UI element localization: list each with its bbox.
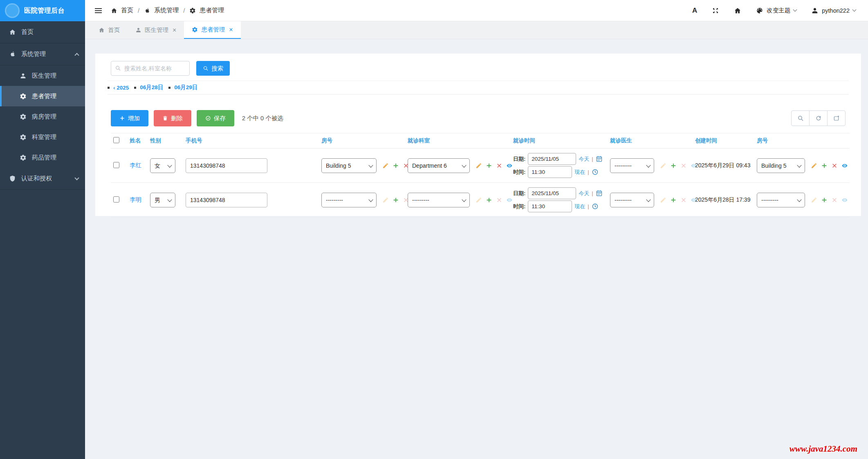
department-select-control[interactable]: --------- (408, 193, 470, 207)
room-select[interactable]: Building 5 (321, 158, 377, 173)
tab-doctor[interactable]: 医生管理 (128, 21, 184, 39)
breadcrumb-system[interactable]: 系统管理 (154, 7, 179, 14)
add-icon[interactable] (670, 162, 677, 169)
add-button[interactable]: 增加 (111, 110, 148, 126)
sidebar-item-home[interactable]: 首页 (0, 21, 85, 43)
doctor-select[interactable]: --------- (610, 158, 654, 173)
sidebar-item-ward[interactable]: 病房管理 (0, 106, 85, 127)
view-icon[interactable] (841, 162, 848, 169)
edit-icon[interactable] (382, 162, 389, 169)
add-icon[interactable] (393, 197, 399, 203)
trash-icon (162, 115, 168, 121)
tab-patient[interactable]: 患者管理 (184, 21, 240, 39)
add-icon[interactable] (486, 197, 492, 203)
sidebar-item-doctor[interactable]: 医生管理 (0, 65, 85, 86)
patient-name-link[interactable]: 李红 (130, 162, 141, 169)
today-link[interactable]: 今天 (579, 190, 589, 197)
close-icon[interactable] (173, 27, 176, 34)
sidebar-item-department[interactable]: 科室管理 (0, 127, 85, 147)
column-header-visit-time[interactable]: 就诊时间 (511, 133, 608, 148)
visit-time-input[interactable] (528, 200, 572, 212)
room2-select[interactable]: --------- (757, 193, 805, 207)
view-icon[interactable] (506, 162, 513, 169)
refresh-button[interactable] (809, 110, 828, 126)
search-input[interactable] (111, 61, 190, 76)
column-header-gender[interactable]: 性别 (148, 133, 183, 148)
sidebar-item-system[interactable]: 系统管理 (0, 43, 85, 65)
toggle-search-button[interactable] (791, 110, 810, 126)
visit-time-input[interactable] (528, 166, 572, 178)
user-dropdown[interactable]: python222 (811, 7, 856, 14)
column-header-department[interactable]: 就诊科室 (405, 133, 511, 148)
department-select[interactable]: --------- (408, 193, 470, 207)
remove-icon[interactable] (831, 162, 838, 169)
toggle-view-button[interactable] (827, 110, 846, 126)
visit-date-input[interactable] (528, 187, 576, 199)
row-checkbox[interactable] (113, 196, 119, 202)
sidebar-item-auth[interactable]: 认证和授权 (0, 168, 85, 190)
department-select[interactable]: Department 6 (408, 158, 470, 173)
close-icon[interactable] (229, 27, 233, 33)
doctor-select-control[interactable]: --------- (610, 193, 654, 207)
search-icon (797, 115, 804, 122)
gender-select[interactable]: 男 (150, 193, 175, 207)
row-checkbox[interactable] (113, 162, 119, 168)
room-select[interactable]: --------- (321, 193, 377, 207)
room-select-control[interactable]: --------- (321, 193, 377, 207)
visit-date-input[interactable] (528, 153, 576, 165)
gender-select-control[interactable]: 男 (150, 193, 175, 207)
column-header-phone[interactable]: 手机号 (183, 133, 319, 148)
main-area: 首页 / 系统管理 / 患者管理 A 改变主题 python (85, 0, 868, 459)
column-header-created[interactable]: 创建时间 (693, 133, 754, 148)
gender-select-control[interactable]: 女 (150, 158, 175, 173)
department-select-control[interactable]: Department 6 (408, 158, 470, 173)
room2-select-control[interactable]: Building 5 (757, 158, 805, 173)
search-button[interactable]: 搜索 (196, 61, 230, 76)
today-link[interactable]: 今天 (579, 155, 589, 163)
room2-select-control[interactable]: --------- (757, 193, 805, 207)
fullscreen-icon[interactable] (712, 7, 719, 14)
add-icon[interactable] (821, 197, 828, 203)
phone-input[interactable] (186, 158, 267, 173)
delete-button[interactable]: 删除 (154, 110, 191, 126)
column-header-doctor[interactable]: 就诊医生 (608, 133, 693, 148)
now-link[interactable]: 现在 (574, 203, 585, 210)
tab-home[interactable]: 首页 (91, 21, 128, 39)
doctor-select-control[interactable]: --------- (610, 158, 654, 173)
calendar-icon[interactable] (596, 190, 603, 197)
add-icon[interactable] (821, 162, 828, 169)
year-filter-link[interactable]: ‹ 2025 (113, 85, 129, 91)
date-filter-link[interactable]: 06月29日 (174, 84, 197, 91)
gender-select[interactable]: 女 (150, 158, 175, 173)
sidebar-item-patient[interactable]: 患者管理 (0, 86, 85, 106)
theme-dropdown[interactable]: 改变主题 (756, 7, 796, 14)
room-select-control[interactable]: Building 5 (321, 158, 377, 173)
font-size-button[interactable]: A (692, 7, 697, 15)
edit-icon[interactable] (475, 162, 482, 169)
breadcrumb-home[interactable]: 首页 (121, 7, 133, 14)
room2-select[interactable]: Building 5 (757, 158, 805, 173)
phone-input[interactable] (186, 193, 267, 207)
chevron-up-icon (74, 53, 79, 57)
clock-icon[interactable] (592, 203, 599, 210)
add-icon[interactable] (670, 197, 677, 203)
sidebar-item-drug[interactable]: 药品管理 (0, 147, 85, 168)
clock-icon[interactable] (592, 169, 599, 176)
calendar-icon[interactable] (596, 155, 603, 162)
column-header-name[interactable]: 姓名 (127, 133, 148, 148)
separator: | (588, 169, 589, 175)
add-icon[interactable] (486, 162, 492, 169)
save-button[interactable]: 保存 (197, 110, 234, 126)
now-link[interactable]: 现在 (574, 169, 585, 176)
remove-icon[interactable] (496, 162, 502, 169)
select-all-checkbox[interactable] (113, 137, 119, 143)
doctor-select[interactable]: --------- (610, 193, 654, 207)
column-header-room[interactable]: 房号 (319, 133, 405, 148)
add-icon[interactable] (393, 162, 399, 169)
column-header-room2[interactable]: 房号 (754, 133, 850, 148)
date-filter-link[interactable]: 06月28日 (140, 84, 163, 91)
edit-icon[interactable] (811, 162, 817, 169)
patient-name-link[interactable]: 李明 (130, 196, 141, 203)
hamburger-menu-icon[interactable] (94, 7, 103, 15)
home-shortcut-icon[interactable] (734, 7, 741, 14)
